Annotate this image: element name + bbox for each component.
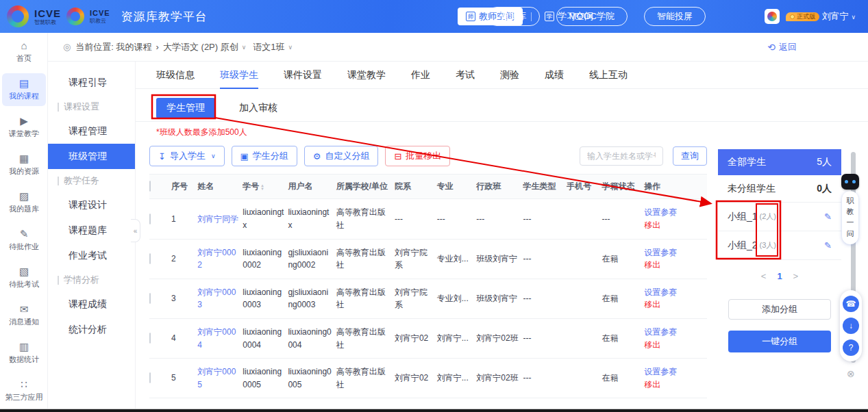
user-menu[interactable]: 正式版 刘宵宁 ∨ <box>765 0 856 33</box>
header-link-button[interactable]: MOOC学院 <box>556 7 628 26</box>
page-number[interactable]: 1 <box>777 271 782 281</box>
data-statistics-icon: ▥ <box>2 341 46 352</box>
group-row[interactable]: 小组_2 (3人) ✎ <box>718 231 841 260</box>
student-row: 4 刘宵宁0004 liuxiaoning0004 liuxiaoning000… <box>149 318 707 358</box>
sidebar-item[interactable]: ▦ 我的资源 <box>2 149 46 181</box>
student-name-link[interactable]: 刘宵宁0003 <box>197 287 236 310</box>
sidebar-item[interactable]: ▥ 数据统计 <box>2 337 46 370</box>
home-icon: ⌂ <box>2 40 46 51</box>
back-button[interactable]: ⟲ 返回 <box>767 33 797 62</box>
course-menu-item[interactable]: 作业考试 <box>48 243 135 268</box>
section-header: 教学任务 <box>48 169 135 192</box>
select-all-checkbox[interactable] <box>149 181 151 192</box>
tab[interactable]: 班级信息 <box>156 62 195 89</box>
student-name-link[interactable]: 刘宵宁0002 <box>197 248 236 270</box>
row-checkbox[interactable] <box>149 214 151 224</box>
tab[interactable]: 成绩 <box>545 62 564 89</box>
cell-major: 刘宵宁... <box>437 359 477 398</box>
edit-group-icon[interactable]: ✎ <box>824 240 832 250</box>
breadcrumb-course-dropdown[interactable]: 大学语文 (2P) 原创 <box>163 41 238 53</box>
next-page-button[interactable]: > <box>793 271 799 281</box>
row-checkbox[interactable] <box>149 372 151 383</box>
assistant-widget[interactable]: 职教一问 <box>841 174 859 244</box>
row-checkbox[interactable] <box>149 333 151 344</box>
course-menu-item[interactable]: 课程管理 <box>48 118 135 144</box>
sidebar-item[interactable]: ▶ 课堂教学 <box>2 111 46 144</box>
tab[interactable]: 课件设置 <box>284 62 322 89</box>
classroom-teaching-icon: ▶ <box>2 115 46 127</box>
tab[interactable]: 线上互动 <box>589 62 628 89</box>
sidebar-collapse-button[interactable]: « <box>131 219 140 242</box>
download-icon: ↧ <box>158 151 166 162</box>
tab[interactable]: 课堂教学 <box>347 62 386 89</box>
sidebar-item[interactable]: ▨ 我的题库 <box>2 186 46 219</box>
student-row: 5 刘宵宁0005 liuxiaoning0005 liuxiaoning000… <box>149 359 707 398</box>
ungrouped-students-row[interactable]: 未分组学生 0人 <box>718 175 841 203</box>
import-students-button[interactable]: ↧ 导入学生 ∨ <box>149 146 225 166</box>
course-menu-item[interactable]: 课程成绩 <box>48 292 135 317</box>
row-checkbox[interactable] <box>149 293 151 304</box>
sidebar-item[interactable]: ▤ 我的课程 <box>2 73 46 106</box>
remove-link[interactable]: 移出 <box>644 298 703 311</box>
tab[interactable]: 作业 <box>411 62 430 89</box>
sort-icon[interactable]: ▴▾ <box>261 183 264 190</box>
student-grouping-button[interactable]: ▣ 学生分组 <box>232 146 297 166</box>
row-checkbox[interactable] <box>149 253 151 264</box>
tab[interactable]: 测验 <box>500 62 519 89</box>
query-button[interactable]: 查询 <box>673 146 707 166</box>
breadcrumb-bar: ◎ 当前位置: 我的课程 › 大学语文 (2P) 原创 ∨ 语文1班 ∨ ⟲ 返… <box>48 33 868 62</box>
set-contest-link[interactable]: 设置参赛 <box>644 246 703 259</box>
close-floating-icon[interactable]: ⊗ <box>847 368 855 379</box>
edit-group-icon[interactable]: ✎ <box>824 211 832 222</box>
tab[interactable]: 考试 <box>456 62 475 89</box>
prev-page-button[interactable]: < <box>761 271 767 281</box>
support-icon[interactable]: ☎ <box>843 296 859 312</box>
remove-link[interactable]: 移出 <box>644 339 703 352</box>
auto-group-button[interactable]: 一键分组 <box>728 331 831 352</box>
course-menu-item[interactable]: 统计分析 <box>48 317 135 342</box>
course-menu-item[interactable]: 班级管理 <box>48 144 135 169</box>
custom-grouping-button[interactable]: ⚙ 自定义分组 <box>304 146 379 166</box>
header-link-button[interactable]: 资源库 <box>487 7 540 26</box>
sidebar-item[interactable]: ∷ 第三方应用 <box>2 374 46 407</box>
group-row[interactable]: 小组_1 (2人) ✎ <box>718 203 841 231</box>
sidebar-item[interactable]: ✉ 消息通知 <box>2 299 46 332</box>
sidebar-item-label: 待批考试 <box>2 279 46 289</box>
set-contest-link[interactable]: 设置参赛 <box>644 206 703 219</box>
remove-link[interactable]: 移出 <box>644 259 703 272</box>
logo2-text: ICVE <box>90 10 110 17</box>
help-icon[interactable]: ? <box>843 339 859 356</box>
chevron-down-icon: ∨ <box>211 153 216 159</box>
subtab[interactable]: 加入审核 <box>229 98 288 118</box>
set-contest-link[interactable]: 设置参赛 <box>644 326 703 339</box>
sidebar-item[interactable]: ▧ 待批考试 <box>2 261 46 294</box>
icve-zhijiaoyun-logo: ICVE 职教云 <box>90 10 110 24</box>
cell-school: 高等教育出版社 <box>336 279 395 318</box>
student-search-input[interactable] <box>580 146 663 166</box>
subtab[interactable]: 学生管理 <box>156 98 215 118</box>
set-contest-link[interactable]: 设置参赛 <box>644 365 703 378</box>
cell-department: 刘宵宁02 <box>395 359 437 398</box>
breadcrumb-class-dropdown[interactable]: 语文1班 <box>253 41 284 53</box>
course-menu-item[interactable]: 课程题库 <box>48 218 135 243</box>
remove-link[interactable]: 移出 <box>644 378 703 391</box>
student-name-link[interactable]: 刘宵宁0005 <box>197 367 236 389</box>
remove-link[interactable]: 移出 <box>644 219 703 232</box>
header-link-button[interactable]: 智能投屏 <box>644 7 706 26</box>
student-name-link[interactable]: 刘宵宁0004 <box>197 327 236 350</box>
batch-remove-button[interactable]: ⊟ 批量移出 <box>385 146 450 166</box>
student-name-link[interactable]: 刘宵宁同学 <box>197 214 238 224</box>
all-students-row[interactable]: 全部学生 5人 <box>718 149 841 175</box>
tab[interactable]: 班级学生 <box>220 62 258 89</box>
sidebar-item[interactable]: ⌂ 首页 <box>2 36 46 68</box>
download-icon[interactable]: ↓ <box>843 318 859 334</box>
sidebar-item[interactable]: ✎ 待批作业 <box>2 224 46 257</box>
breadcrumb-my-courses[interactable]: 我的课程 <box>116 41 152 53</box>
course-menu-item[interactable]: 课程引导 <box>48 70 135 95</box>
cell-index: 2 <box>171 239 197 279</box>
set-contest-link[interactable]: 设置参赛 <box>644 286 703 299</box>
cell-department: 刘宵宁院系 <box>395 279 437 318</box>
course-menu-item[interactable]: 课程设计 <box>48 192 135 218</box>
add-group-button[interactable]: 添加分组 <box>728 299 831 320</box>
cell-major: 专业刘... <box>437 279 477 318</box>
